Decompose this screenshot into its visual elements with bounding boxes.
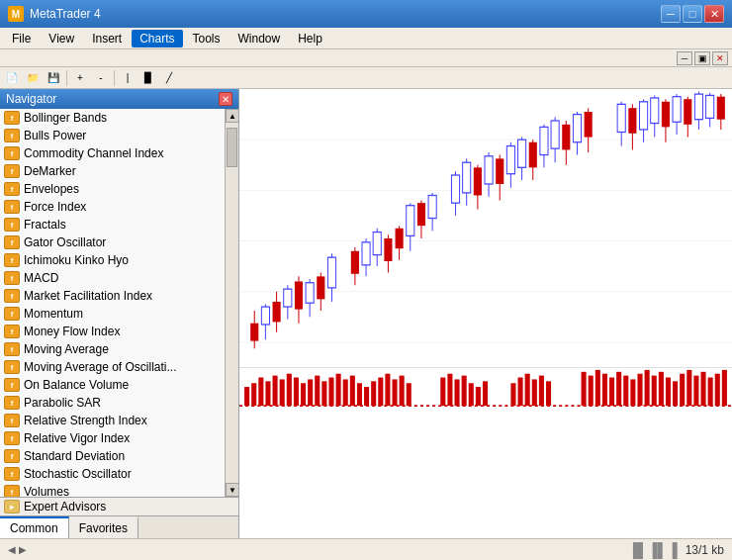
menu-item-tools[interactable]: Tools [185,30,229,47]
list-item[interactable]: fOn Balance Volume [0,376,225,394]
indicator-icon: f [4,111,20,125]
toolbar-btn-open[interactable]: 📁 [23,69,43,87]
svg-rect-38 [451,175,459,203]
list-item[interactable]: fStochastic Oscillator [0,465,225,483]
svg-rect-100 [357,384,362,407]
list-item[interactable]: fCommodity Channel Index [0,144,225,162]
list-item[interactable]: fRelative Strength Index [0,412,225,429]
indicator-label: Envelopes [24,182,79,196]
maximize-button[interactable]: □ [683,5,702,23]
list-item[interactable]: fBulls Power [0,127,225,144]
minimize-button[interactable]: ─ [661,5,681,23]
svg-rect-54 [540,127,548,154]
svg-rect-60 [573,115,581,142]
indicator-label: Momentum [24,307,83,321]
sub-close-btn[interactable]: ✕ [712,51,728,65]
sub-menu-bar: ─ ▣ ✕ [0,49,732,67]
menu-item-help[interactable]: Help [290,30,330,47]
svg-rect-99 [350,376,355,406]
menu-item-charts[interactable]: Charts [132,30,182,47]
svg-rect-86 [258,378,263,407]
list-item[interactable]: fRelative Vigor Index [0,429,225,447]
indicator-label: On Balance Volume [24,378,129,392]
toolbar: 📄 📁 💾 + - | ▉ ╱ [0,67,732,89]
toolbar-btn-save[interactable]: 💾 [44,69,63,87]
svg-rect-123 [595,370,600,406]
tab-favorites[interactable]: Favorites [69,516,138,538]
list-item[interactable]: fBollinger Bands [0,109,225,127]
toolbar-btn-bar[interactable]: | [118,69,137,87]
svg-rect-97 [336,374,341,406]
svg-rect-89 [280,380,285,407]
list-item[interactable]: fDeMarker [0,162,225,180]
navigator-list: fBollinger BandsfBulls PowerfCommodity C… [0,109,238,497]
svg-rect-34 [417,203,425,226]
svg-rect-102 [371,382,376,407]
expert-advisors-folder[interactable]: ▸ Expert Advisors [0,498,238,515]
svg-rect-72 [662,102,670,128]
list-item[interactable]: fMoney Flow Index [0,323,225,340]
expert-advisors-label: Expert Advisors [24,500,106,513]
svg-rect-88 [273,376,278,406]
menu-item-file[interactable]: File [4,30,39,47]
app-icon: M [8,6,24,22]
list-item[interactable]: fParabolic SAR [0,394,225,412]
svg-rect-129 [637,374,642,406]
svg-rect-138 [700,372,705,406]
indicator-label: Parabolic SAR [24,396,101,410]
svg-rect-90 [287,374,292,406]
svg-rect-96 [328,378,333,407]
sub-minimize-btn[interactable]: ─ [677,51,692,65]
list-item[interactable]: fMomentum [0,305,225,323]
tab-common[interactable]: Common [0,516,69,538]
svg-rect-68 [639,102,647,130]
list-item[interactable]: fForce Index [0,198,225,216]
toolbar-btn-zoom-out[interactable]: - [91,69,111,87]
svg-rect-18 [317,276,324,299]
scroll-down-button[interactable]: ▼ [226,483,238,497]
svg-rect-40 [463,162,471,193]
indicator-icon: f [4,414,20,427]
svg-rect-24 [362,242,370,265]
indicator-label: Force Index [24,200,86,214]
svg-rect-139 [708,378,713,407]
svg-rect-94 [315,376,320,406]
chart-area [239,89,732,538]
menu-item-window[interactable]: Window [230,30,289,47]
list-item[interactable]: fGator Oscillator [0,233,225,251]
close-button[interactable]: ✕ [704,5,724,23]
toolbar-btn-line[interactable]: ╱ [159,69,179,87]
chart-canvas[interactable] [239,89,732,538]
list-item[interactable]: fMACD [0,269,225,287]
svg-rect-105 [392,380,397,407]
svg-rect-36 [428,195,436,218]
list-item[interactable]: fVolumes [0,483,225,497]
sub-restore-btn[interactable]: ▣ [694,51,710,65]
list-item[interactable]: fMarket Facilitation Index [0,287,225,305]
list-item[interactable]: fStandard Deviation [0,447,225,465]
menu-item-view[interactable]: View [41,30,82,47]
indicator-label: Market Facilitation Index [24,289,152,303]
svg-rect-133 [666,378,671,407]
toolbar-btn-candle[interactable]: ▉ [138,69,158,87]
scroll-thumb[interactable] [227,128,237,167]
toolbar-btn-new[interactable]: 📄 [2,69,22,87]
navigator-close-button[interactable]: ✕ [219,92,232,106]
list-item[interactable]: fMoving Average of Oscillati... [0,358,225,376]
indicator-label: MACD [24,271,58,285]
menu-bar: File View Insert Charts Tools Window Hel… [0,28,732,49]
toolbar-btn-zoom-in[interactable]: + [70,69,90,87]
chart-info: 13/1 kb [686,543,724,557]
list-item[interactable]: fMoving Average [0,340,225,358]
svg-rect-85 [251,384,256,407]
status-scrollbar-indicator: ◀ ▶ [8,544,27,555]
list-item[interactable]: fEnvelopes [0,180,225,198]
svg-rect-16 [306,283,314,303]
list-item[interactable]: fFractals [0,216,225,233]
scroll-up-button[interactable]: ▲ [226,109,238,123]
svg-rect-84 [244,388,249,407]
menu-item-insert[interactable]: Insert [84,30,130,47]
candlestick-chart [239,89,732,367]
list-item[interactable]: fIchimoku Kinko Hyo [0,251,225,269]
svg-rect-141 [722,370,727,406]
